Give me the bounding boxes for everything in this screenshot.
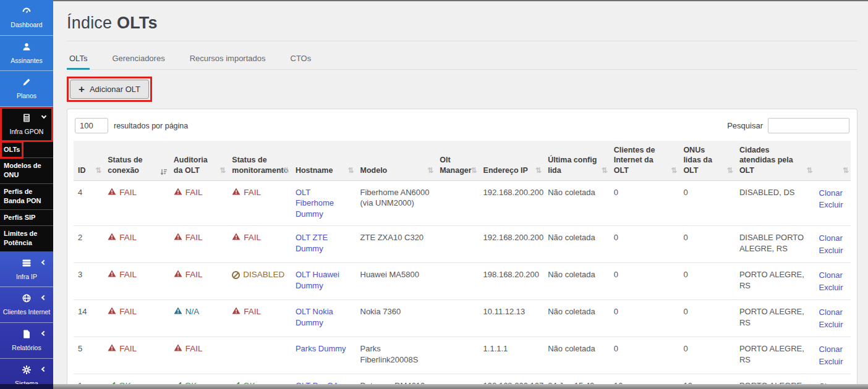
sort-icon[interactable]: ⇅ [535, 166, 542, 176]
col-header-ultima-config-lida[interactable]: Última config lida⇅ [543, 141, 610, 180]
hostname-link[interactable]: OLT Nokia Dummy [296, 307, 333, 327]
col-header-olt-manager[interactable]: Olt Manager⇅ [435, 141, 479, 180]
sidebar-item-infra-gpon[interactable]: Infra GPON [0, 107, 53, 142]
tab-ctos[interactable]: CTOs [288, 48, 314, 70]
status-fail-badge: FAIL [108, 306, 137, 317]
sidebar-subitem-modelos-de-onu[interactable]: Modelos de ONU [0, 158, 53, 184]
status-fail-badge: FAIL [174, 187, 203, 198]
olt-table: ID⇅Status de conexãoAuditoria da OLT⇅Sta… [74, 141, 851, 389]
action-link-clonar[interactable]: Clonar [819, 187, 846, 199]
page-length-input[interactable] [75, 118, 108, 133]
file-icon [22, 329, 32, 339]
sort-icon[interactable]: ⇅ [427, 166, 433, 176]
cell-ultima-config: Não coletada [543, 226, 610, 263]
cell-actions: ClonarExcluir [815, 180, 851, 226]
sidebar-item-label: Infra GPON [2, 128, 51, 136]
cell-id: 2 [74, 226, 103, 263]
add-olt-button[interactable]: + Adicionar OLT [70, 80, 149, 99]
gear-icon [22, 365, 32, 375]
sidebar-subitem-limites-de-potencia[interactable]: Limites de Potência [0, 226, 53, 252]
action-link-excluir[interactable]: Excluir [819, 356, 846, 368]
col-header-status-de-conexao[interactable]: Status de conexão [103, 141, 169, 180]
sidebar-item-planos[interactable]: Planos [0, 71, 53, 107]
sort-icon[interactable]: ⇅ [347, 166, 354, 176]
cell-auditoria: N/A [169, 300, 228, 337]
col-header-hostname[interactable]: Hostname⇅ [291, 141, 356, 180]
sidebar-item-label: Infra IP [2, 273, 51, 282]
col-header-label: Hostname [296, 166, 333, 175]
cell-onus-lidas: 0 [679, 180, 735, 226]
table-row: 3 FAIL FAIL DISABLEDOLT Huawei DummyHuaw… [74, 263, 851, 300]
hostname-link[interactable]: OLT Huawei Dummy [296, 270, 339, 290]
search-input[interactable] [768, 118, 849, 133]
warning-triangle-icon [174, 232, 182, 243]
warning-triangle-icon [232, 306, 240, 317]
app-window: DashboardAssinantesPlanosInfra GPON OLTs… [0, 0, 868, 389]
status-fail-badge: FAIL [232, 306, 261, 317]
cell-cidades: DISABLED, DS [735, 180, 815, 226]
col-header-actions[interactable]: ⇅ [815, 141, 851, 180]
search-control: Pesquisar [727, 118, 849, 133]
col-header-modelo[interactable]: Modelo⇅ [356, 141, 436, 180]
sort-icon[interactable]: ⇅ [602, 166, 608, 176]
sort-icon[interactable]: ⇅ [219, 166, 226, 176]
sort-icon[interactable]: ⇅ [671, 166, 677, 176]
sort-icon[interactable]: ⇅ [471, 166, 477, 176]
sidebar-subitem-olts[interactable]: OLTs [0, 142, 53, 158]
action-link-excluir[interactable]: Excluir [819, 282, 846, 294]
action-link-clonar[interactable]: Clonar [819, 232, 846, 245]
cell-actions: ClonarExcluir [815, 300, 851, 337]
action-link-clonar[interactable]: Clonar [819, 343, 846, 356]
cell-modelo: Parks Fiberlink20008S [356, 337, 436, 374]
window-bottom-edge-sidebar [0, 384, 53, 389]
cell-auditoria: FAIL [169, 263, 228, 300]
action-link-clonar[interactable]: Clonar [819, 306, 846, 319]
sort-icon[interactable]: ⇅ [95, 166, 101, 176]
add-olt-label: Adicionar OLT [90, 85, 140, 94]
action-link-clonar[interactable]: Clonar [819, 269, 846, 282]
action-link-excluir[interactable]: Excluir [819, 319, 846, 331]
action-link-excluir[interactable]: Excluir [819, 245, 846, 257]
sort-icon[interactable]: ⇅ [843, 166, 849, 176]
warning-triangle-icon [232, 232, 240, 243]
sidebar-subitem-perfis-de-banda-pon[interactable]: Perfis de Banda PON [0, 184, 53, 210]
cell-endereco-ip: 1.1.1.1 [479, 337, 544, 374]
col-header-onus-lidas-da-olt[interactable]: ONUs lidas da OLT⇅ [679, 141, 735, 180]
cell-status-conexao: FAIL [103, 226, 169, 263]
sidebar-item-relatorios[interactable]: Relatórios [0, 323, 53, 359]
status-fail-badge: FAIL [174, 232, 203, 243]
tab-bar: OLTsGerenciadoresRecursos importadosCTOs [67, 48, 857, 70]
col-header-clientes-de-internet-da-olt[interactable]: Clientes de Internet da OLT⇅ [610, 141, 679, 180]
sort-icon[interactable]: ⇅ [283, 166, 289, 176]
sort-desc-icon[interactable] [160, 169, 168, 176]
sidebar-item-assinantes[interactable]: Assinantes [0, 36, 53, 72]
hostname-link[interactable]: Parks Dummy [296, 344, 346, 353]
tab-recursos-importados[interactable]: Recursos importados [187, 48, 268, 70]
sidebar-item-infra-ip[interactable]: Infra IP [0, 252, 53, 288]
hostname-link[interactable]: OLT ZTE Dummy [296, 233, 328, 253]
cell-modelo: Huawei MA5800 [356, 263, 436, 300]
user-icon [22, 42, 32, 52]
tab-olts[interactable]: OLTs [67, 48, 90, 70]
col-header-label: Clientes de Internet da OLT [614, 146, 655, 175]
chevron-left-icon [41, 259, 46, 264]
tab-gerenciadores[interactable]: Gerenciadores [109, 48, 167, 70]
status-fail-badge: FAIL [232, 232, 261, 243]
sidebar-item-dashboard[interactable]: Dashboard [0, 0, 53, 36]
col-header-status-de-monitoramento[interactable]: Status de monitoramento⇅ [228, 141, 291, 180]
col-header-label: ONUs lidas da OLT [683, 146, 712, 175]
col-header-label: Endereço IP [483, 166, 528, 175]
sidebar-item-icon-row [2, 112, 51, 124]
hostname-link[interactable]: OLT Fiberhome Dummy [296, 188, 334, 219]
cell-cidades: PORTO ALEGRE, RS [735, 337, 815, 374]
sidebar-item-clientes-internet[interactable]: Clientes Internet [0, 287, 53, 323]
col-header-id[interactable]: ID⇅ [74, 141, 103, 180]
sort-icon[interactable]: ⇅ [727, 166, 733, 176]
col-header-cidades-atendidas-pela-olt[interactable]: Cidades atendidas pela OLT⇅ [735, 141, 815, 180]
col-header-auditoria-da-olt[interactable]: Auditoria da OLT⇅ [169, 141, 228, 180]
sidebar-subitem-perfis-sip[interactable]: Perfis SIP [0, 210, 53, 226]
action-link-excluir[interactable]: Excluir [819, 199, 846, 211]
col-header-endereco-ip[interactable]: Endereço IP⇅ [479, 141, 544, 180]
sort-icon[interactable]: ⇅ [807, 166, 813, 176]
col-header-label: Status de conexão [108, 156, 142, 174]
